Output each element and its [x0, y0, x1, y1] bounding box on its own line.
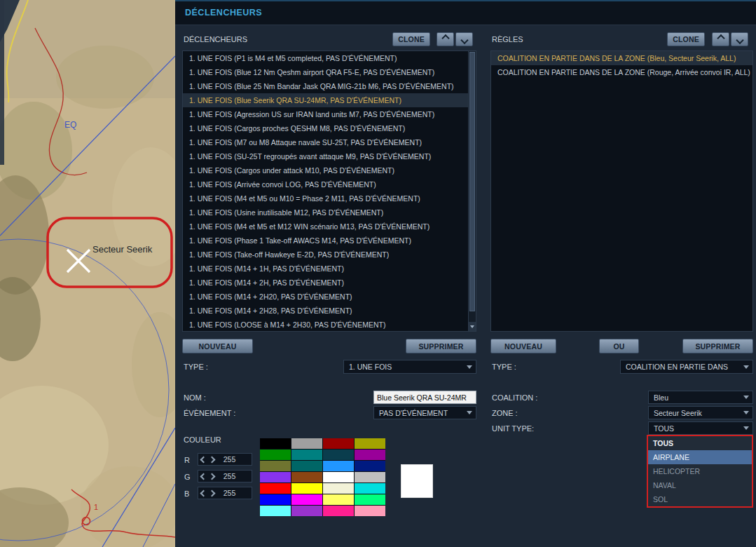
color-b-stepper[interactable]: 255 [198, 487, 252, 499]
list-item[interactable]: 1. UNE FOIS (M4 et M5 ou M10 = Phase 2 M… [183, 191, 476, 205]
triangle-down-icon [470, 325, 474, 328]
scrollbar-thumb[interactable] [469, 52, 475, 311]
dropdown-option[interactable]: SOL [648, 492, 752, 506]
color-swatch[interactable] [323, 506, 354, 516]
unit-type-select[interactable]: TOUS [648, 421, 753, 435]
list-item[interactable]: 1. UNE FOIS (Cargos proches QESHM M8, PA… [183, 121, 476, 135]
color-swatch[interactable] [260, 472, 291, 482]
list-item[interactable]: 1. UNE FOIS (Cargos under attack M10, PA… [183, 163, 476, 177]
color-swatch[interactable] [291, 472, 322, 482]
list-item[interactable]: 1. UNE FOIS (M14 + 2H20, PAS D'ÉVÉNEMENT… [183, 290, 476, 304]
rule-type-label: TYPE : [492, 363, 516, 371]
list-item[interactable]: 1. UNE FOIS (M14 + 2H28, PAS D'ÉVÉNEMENT… [183, 304, 476, 318]
color-swatch[interactable] [323, 472, 354, 482]
unit-type-dropdown-list: TOUSAIRPLANEHELICOPTERNAVALSOL [647, 435, 753, 508]
chevron-down-icon [743, 396, 749, 399]
zone-select-label: ZONE : [492, 409, 518, 417]
trigger-event-select[interactable]: PAS D'ÉVÉNEMENT [373, 406, 476, 419]
decrement-icon[interactable] [200, 473, 207, 480]
zone-select-value: Secteur Seerik [654, 409, 741, 417]
color-swatch[interactable] [355, 472, 385, 482]
rule-type-select[interactable]: COALITION EN PARTIE DANS [620, 360, 753, 374]
rules-move-down-button[interactable] [731, 32, 748, 46]
list-item[interactable]: 1. UNE FOIS (P1 is M4 et M5 completed, P… [183, 51, 476, 65]
color-swatch[interactable] [355, 506, 385, 516]
color-swatch[interactable] [260, 494, 291, 505]
triggers-move-down-button[interactable] [455, 32, 473, 46]
dropdown-option[interactable]: TOUS [648, 436, 752, 450]
color-r-label: R [184, 456, 190, 464]
list-item[interactable]: 1. UNE FOIS (Arrivée convoi LOG, PAS D'É… [183, 177, 476, 191]
list-item[interactable]: 1. UNE FOIS (M14 + 1H, PAS D'ÉVÉNEMENT) [183, 262, 476, 276]
color-g-stepper[interactable]: 255 [198, 470, 252, 482]
color-swatch[interactable] [260, 438, 291, 449]
color-swatch[interactable] [355, 438, 385, 449]
rules-new-button[interactable]: NOUVEAU [490, 339, 556, 353]
rules-delete-button[interactable]: SUPPRIMER [682, 339, 753, 353]
list-item[interactable]: 1. UNE FOIS (Usine inutilisable M12, PAS… [183, 205, 476, 220]
list-item[interactable]: 1. UNE FOIS (M7 ou M8 Attaque navale SU-… [183, 135, 476, 149]
color-swatch[interactable] [291, 494, 322, 505]
trigger-type-select[interactable]: 1. UNE FOIS [343, 360, 476, 374]
list-item[interactable]: 1. UNE FOIS (Agression US sur IRAN land … [183, 107, 476, 121]
color-swatch[interactable] [323, 450, 354, 460]
color-swatch[interactable] [355, 450, 385, 460]
trigger-name-input[interactable] [373, 391, 476, 404]
list-item[interactable]: COALITION EN PARTIE DANS DE LA ZONE (Ble… [491, 51, 752, 65]
dropdown-option[interactable]: NAVAL [648, 478, 752, 492]
chevron-down-icon [460, 36, 468, 44]
color-r-stepper[interactable]: 255 [198, 453, 252, 466]
color-swatch[interactable] [260, 461, 291, 471]
triggers-clone-button[interactable]: CLONE [392, 32, 430, 46]
dropdown-option[interactable]: HELICOPTER [648, 464, 752, 478]
zone-label: Secteur Seerik [92, 244, 153, 255]
color-swatch[interactable] [260, 483, 291, 494]
color-swatch[interactable] [260, 506, 291, 516]
list-item[interactable]: 1. UNE FOIS (LOOSE à M14 + 2H30, PAS D'É… [183, 318, 476, 332]
color-swatch[interactable] [323, 438, 354, 449]
color-swatch[interactable] [355, 494, 385, 505]
triggers-move-up-button[interactable] [437, 32, 454, 46]
color-swatch[interactable] [355, 461, 385, 471]
color-swatch[interactable] [291, 506, 322, 516]
scrollbar-down-button[interactable] [469, 322, 476, 331]
map[interactable]: Secteur Seerik EQ 1 [0, 0, 175, 547]
color-preview [401, 464, 433, 498]
color-swatch[interactable] [291, 450, 322, 460]
list-item[interactable]: 1. UNE FOIS (Phase 1 Take-off AWACS M14,… [183, 234, 476, 248]
coalition-value: Bleu [654, 393, 741, 402]
color-swatch[interactable] [355, 483, 385, 494]
rule-type-value: COALITION EN PARTIE DANS [626, 363, 741, 371]
color-swatch[interactable] [323, 483, 354, 494]
dropdown-option[interactable]: AIRPLANE [648, 450, 752, 464]
list-item[interactable]: 1. UNE FOIS (Blue 25 Nm Bandar Jask QRA … [183, 79, 476, 93]
rules-section-label: RÈGLES [492, 35, 523, 43]
list-item[interactable]: 1. UNE FOIS (SU-25T regroupés avant atta… [183, 149, 476, 163]
rules-clone-button[interactable]: CLONE [667, 32, 705, 46]
list-item[interactable]: 1. UNE FOIS (Blue Seerik QRA SU-24MR, PA… [183, 93, 476, 107]
list-item[interactable]: 1. UNE FOIS (M4 et M5 et M12 WIN scénari… [183, 220, 476, 234]
color-swatch[interactable] [291, 461, 322, 471]
triggers-new-button[interactable]: NOUVEAU [182, 339, 253, 353]
list-item[interactable]: 1. UNE FOIS (Take-off Hawkeye E-2D, PAS … [183, 248, 476, 262]
list-item[interactable]: 1. UNE FOIS (M14 + 2H, PAS D'ÉVÉNEMENT) [183, 276, 476, 290]
triggers-scrollbar[interactable] [468, 51, 476, 331]
zone-select[interactable]: Secteur Seerik [648, 406, 753, 419]
color-section-label: COULEUR [184, 435, 221, 444]
list-item[interactable]: 1. UNE FOIS (Blue 12 Nm Qeshm airport QR… [183, 65, 476, 79]
triggers-delete-button[interactable]: SUPPRIMER [406, 339, 476, 353]
trigger-type-label: TYPE : [184, 363, 208, 371]
color-palette [260, 438, 385, 516]
decrement-icon[interactable] [200, 489, 207, 497]
coalition-label: COALITION : [492, 393, 537, 402]
color-swatch[interactable] [323, 494, 354, 505]
rules-or-button[interactable]: OU [599, 339, 639, 353]
color-swatch[interactable] [323, 461, 354, 471]
color-swatch[interactable] [260, 450, 291, 460]
decrement-icon[interactable] [200, 456, 207, 463]
coalition-select[interactable]: Bleu [648, 391, 753, 404]
list-item[interactable]: COALITION EN PARTIE DANS DE LA ZONE (Rou… [491, 65, 752, 79]
rules-move-up-button[interactable] [712, 32, 729, 46]
color-swatch[interactable] [291, 483, 322, 494]
color-swatch[interactable] [291, 438, 322, 449]
